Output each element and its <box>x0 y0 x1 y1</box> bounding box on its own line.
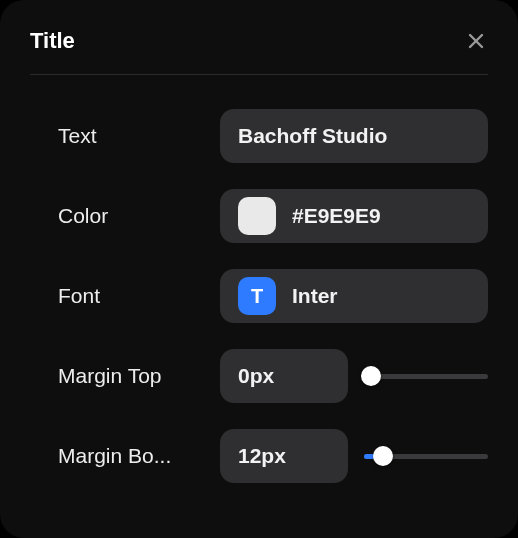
margin-top-input[interactable]: 0px <box>220 349 348 403</box>
panel-title: Title <box>30 28 75 54</box>
margin-bottom-value: 12px <box>238 444 286 468</box>
font-value: Inter <box>292 284 338 308</box>
color-input[interactable]: #E9E9E9 <box>220 189 488 243</box>
color-swatch[interactable] <box>238 197 276 235</box>
panel-content: Text Bachoff Studio Color #E9E9E9 Font <box>30 75 488 483</box>
text-input[interactable]: Bachoff Studio <box>220 109 488 163</box>
label-text: Text <box>58 124 220 148</box>
font-type-icon: T <box>238 277 276 315</box>
slider-thumb[interactable] <box>373 446 393 466</box>
color-value: #E9E9E9 <box>292 204 381 228</box>
close-icon <box>467 32 485 50</box>
title-panel: Title Text Bachoff Studio Color <box>0 0 518 538</box>
label-color: Color <box>58 204 220 228</box>
label-margin-bottom: Margin Bo... <box>58 444 220 468</box>
row-font: Font T Inter <box>58 269 488 323</box>
margin-bottom-slider[interactable] <box>364 446 488 466</box>
margin-bottom-input[interactable]: 12px <box>220 429 348 483</box>
row-text: Text Bachoff Studio <box>58 109 488 163</box>
slider-thumb[interactable] <box>361 366 381 386</box>
margin-top-slider[interactable] <box>364 366 488 386</box>
row-color: Color #E9E9E9 <box>58 189 488 243</box>
slider-track <box>364 374 488 379</box>
margin-top-value: 0px <box>238 364 274 388</box>
label-margin-top: Margin Top <box>58 364 220 388</box>
label-font: Font <box>58 284 220 308</box>
row-margin-bottom: Margin Bo... 12px <box>58 429 488 483</box>
row-margin-top: Margin Top 0px <box>58 349 488 403</box>
text-value: Bachoff Studio <box>238 124 387 148</box>
close-button[interactable] <box>464 29 488 53</box>
panel-header: Title <box>30 28 488 74</box>
font-input[interactable]: T Inter <box>220 269 488 323</box>
